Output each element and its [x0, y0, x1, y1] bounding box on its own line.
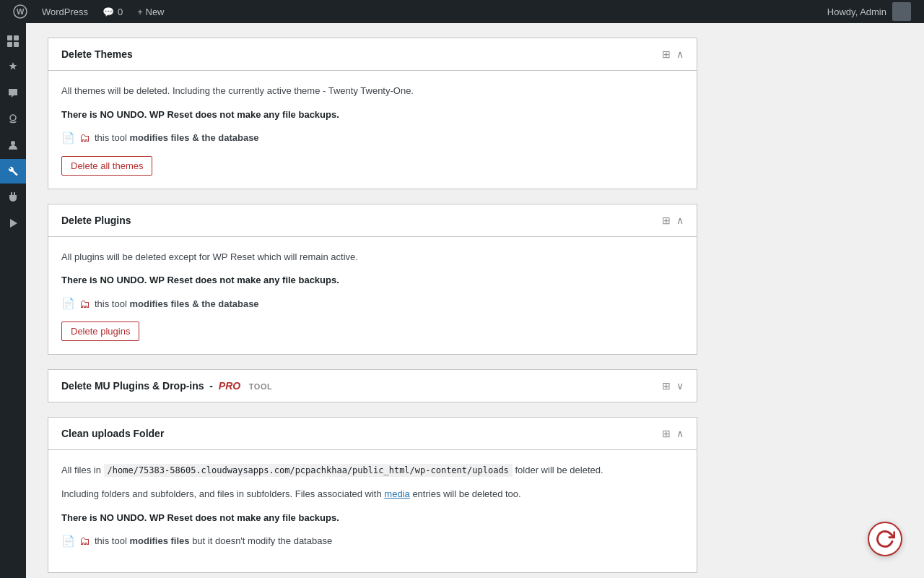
- clean-uploads-desc1: All files in /home/75383-58605.cloudways…: [61, 463, 684, 478]
- svg-marker-10: [10, 219, 17, 228]
- svg-rect-5: [14, 42, 19, 47]
- pin-icon: [7, 61, 19, 73]
- dashboard-icon: [6, 35, 19, 48]
- play-icon: [8, 218, 18, 228]
- admin-bar: W WordPress 💬 0 + New Howdy, Admin: [0, 0, 924, 23]
- delete-plugins-desc1: All plugins will be deleted except for W…: [61, 250, 684, 265]
- clean-uploads-badges: 📄 🗂 this tool modifies files but it does…: [61, 535, 684, 548]
- clean-uploads-desc2: Including folders and subfolders, and fi…: [61, 487, 684, 502]
- svg-point-7: [11, 141, 15, 145]
- content-area: Delete Themes ⊞ ∧ All themes will be del…: [26, 23, 924, 578]
- sidebar-icon-bubble[interactable]: [0, 81, 26, 105]
- section-delete-mu-plugins-title: Delete MU Plugins & Drop-ins - PRO TOOL: [61, 380, 272, 392]
- svg-rect-8: [11, 192, 12, 195]
- file-badge-icon-plugins: 📄: [61, 297, 75, 310]
- refresh-button[interactable]: [868, 522, 902, 556]
- section-delete-plugins-header: Delete Plugins ⊞ ∧: [48, 204, 697, 237]
- section-delete-plugins: Delete Plugins ⊞ ∧ All plugins will be d…: [48, 204, 697, 355]
- bubble-icon: [7, 87, 19, 99]
- sidebar-icon-plugins[interactable]: [0, 185, 26, 210]
- section-delete-mu-plugins-header: Delete MU Plugins & Drop-ins - PRO TOOL …: [48, 370, 697, 402]
- new-item[interactable]: + New: [130, 0, 171, 23]
- clean-uploads-desc3: There is NO UNDO. WP Reset does not make…: [61, 511, 684, 526]
- db-badge-icon: 🗂: [79, 131, 90, 144]
- pro-label: PRO: [219, 380, 240, 392]
- db-badge-icon-plugins: 🗂: [79, 298, 90, 310]
- section-delete-themes-body: All themes will be deleted. Including th…: [48, 71, 697, 189]
- file-badge-icon: 📄: [61, 131, 75, 144]
- admin-bar-right: Howdy, Admin: [820, 2, 918, 21]
- section-delete-themes-title: Delete Themes: [61, 48, 133, 60]
- badge-text-delete-plugins: this tool modifies files & the database: [95, 298, 259, 309]
- delete-plugins-button[interactable]: Delete plugins: [61, 322, 139, 341]
- section-clean-uploads-grid-icon[interactable]: ⊞: [662, 428, 671, 439]
- section-clean-uploads-toggle-icon[interactable]: ∧: [676, 428, 684, 439]
- section-delete-mu-plugins-actions: ⊞ ∨: [662, 380, 684, 392]
- sidebar-icon-users[interactable]: [0, 133, 26, 158]
- comments-item[interactable]: 💬 0: [95, 0, 130, 23]
- refresh-icon: [875, 529, 895, 549]
- section-clean-uploads: Clean uploads Folder ⊞ ∧ All files in /h…: [48, 417, 697, 572]
- section-delete-plugins-title: Delete Plugins: [61, 215, 131, 226]
- uploads-path: /home/75383-58605.cloudwaysapps.com/pcpa…: [104, 464, 513, 477]
- avatar: [892, 2, 911, 21]
- section-delete-mu-plugins-grid-icon[interactable]: ⊞: [662, 380, 671, 392]
- plugins-icon: [7, 191, 19, 203]
- svg-text:W: W: [17, 7, 25, 16]
- section-clean-uploads-title: Clean uploads Folder: [61, 428, 164, 439]
- sidebar-icon-play[interactable]: [0, 211, 26, 236]
- svg-point-6: [10, 115, 16, 121]
- svg-rect-4: [7, 42, 12, 47]
- tool-label: TOOL: [249, 382, 272, 391]
- section-delete-mu-plugins-toggle-icon[interactable]: ∨: [676, 380, 684, 392]
- comments-count: 0: [118, 7, 123, 17]
- svg-rect-2: [7, 35, 12, 40]
- badge-text-delete-themes: this tool modifies files & the database: [95, 132, 259, 143]
- section-delete-plugins-grid-icon[interactable]: ⊞: [662, 215, 671, 226]
- db-badge-icon-uploads: 🗂: [79, 535, 90, 547]
- new-label: + New: [137, 7, 164, 17]
- section-delete-themes-header: Delete Themes ⊞ ∧: [48, 38, 697, 71]
- section-clean-uploads-header: Clean uploads Folder ⊞ ∧: [48, 418, 697, 450]
- section-delete-plugins-body: All plugins will be deleted except for W…: [48, 237, 697, 355]
- comments-icon: 💬: [103, 7, 114, 17]
- section-delete-plugins-actions: ⊞ ∧: [662, 215, 684, 226]
- sidebar: [0, 23, 26, 578]
- main-layout: Delete Themes ⊞ ∧ All themes will be del…: [0, 23, 924, 578]
- sidebar-icon-pin[interactable]: [0, 55, 26, 79]
- delete-all-themes-button[interactable]: Delete all themes: [61, 156, 152, 176]
- section-delete-themes: Delete Themes ⊞ ∧ All themes will be del…: [48, 38, 697, 189]
- delete-themes-desc1: All themes will be deleted. Including th…: [61, 84, 684, 99]
- appearance-icon: [7, 113, 19, 125]
- howdy-section[interactable]: Howdy, Admin: [820, 2, 918, 21]
- sidebar-icon-tools[interactable]: [0, 159, 26, 184]
- sidebar-icon-appearance[interactable]: [0, 107, 26, 131]
- site-name-label: WordPress: [42, 7, 88, 17]
- delete-plugins-desc2: There is NO UNDO. WP Reset does not make…: [61, 273, 684, 288]
- badge-text-clean-uploads: this tool modifies files but it doesn't …: [95, 535, 332, 546]
- wp-logo-item[interactable]: W: [6, 0, 35, 23]
- howdy-text: Howdy, Admin: [827, 7, 886, 17]
- wp-logo-icon: W: [13, 4, 27, 19]
- section-delete-themes-toggle-icon[interactable]: ∧: [676, 48, 684, 60]
- tools-icon: [7, 165, 19, 177]
- delete-themes-desc2: There is NO UNDO. WP Reset does not make…: [61, 108, 684, 123]
- admin-bar-left: W WordPress 💬 0 + New: [6, 0, 820, 23]
- delete-themes-badges: 📄 🗂 this tool modifies files & the datab…: [61, 131, 684, 144]
- section-delete-plugins-toggle-icon[interactable]: ∧: [676, 215, 684, 226]
- section-delete-themes-grid-icon[interactable]: ⊞: [662, 48, 671, 60]
- section-delete-mu-plugins: Delete MU Plugins & Drop-ins - PRO TOOL …: [48, 369, 697, 402]
- svg-rect-3: [14, 35, 19, 40]
- site-name-item[interactable]: WordPress: [35, 0, 95, 23]
- delete-plugins-badges: 📄 🗂 this tool modifies files & the datab…: [61, 297, 684, 310]
- file-badge-icon-uploads: 📄: [61, 535, 75, 548]
- sidebar-icon-dashboard[interactable]: [0, 29, 26, 53]
- media-link[interactable]: media: [384, 488, 409, 499]
- section-clean-uploads-body: All files in /home/75383-58605.cloudways…: [48, 450, 697, 571]
- section-clean-uploads-actions: ⊞ ∧: [662, 428, 684, 439]
- svg-rect-9: [14, 192, 15, 195]
- users-icon: [7, 139, 19, 151]
- section-delete-themes-actions: ⊞ ∧: [662, 48, 684, 60]
